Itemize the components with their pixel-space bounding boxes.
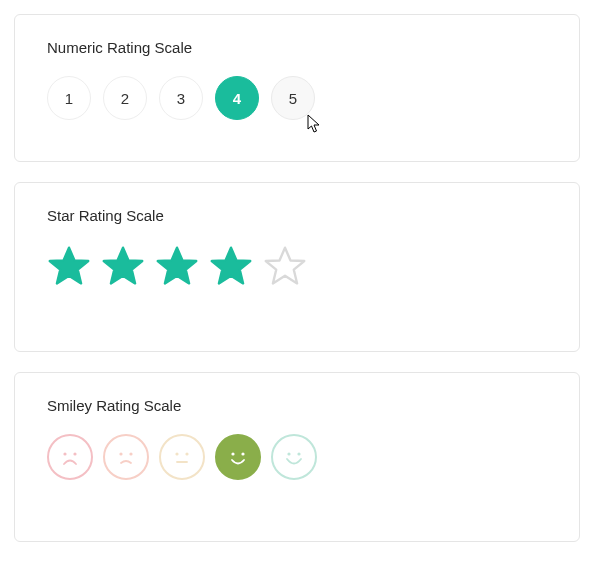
numeric-option-2[interactable]: 2	[103, 76, 147, 120]
numeric-option-3[interactable]: 3	[159, 76, 203, 120]
smiley-face-icon	[279, 442, 309, 472]
smiley-face-icon	[167, 442, 197, 472]
svg-point-4	[175, 452, 178, 455]
star-3[interactable]	[155, 244, 199, 292]
smiley-rating-title: Smiley Rating Scale	[47, 397, 547, 414]
numeric-option-2-label: 2	[121, 90, 129, 107]
star-rating-row	[47, 244, 547, 292]
star-icon	[47, 244, 91, 288]
star-5[interactable]	[263, 244, 307, 292]
star-rating-card: Star Rating Scale	[14, 182, 580, 352]
numeric-option-4-label: 4	[233, 90, 241, 107]
smiley-rating-card: Smiley Rating Scale	[14, 372, 580, 542]
star-1[interactable]	[47, 244, 91, 292]
smiley-rating-row	[47, 434, 547, 480]
star-icon	[101, 244, 145, 288]
numeric-option-3-label: 3	[177, 90, 185, 107]
star-4[interactable]	[209, 244, 253, 292]
numeric-option-5-label: 5	[289, 90, 297, 107]
svg-point-2	[119, 452, 122, 455]
svg-point-9	[287, 452, 290, 455]
numeric-rating-card: Numeric Rating Scale 1 2 3 4 5	[14, 14, 580, 162]
star-icon	[263, 244, 307, 288]
smiley-option-4[interactable]	[215, 434, 261, 480]
svg-point-0	[63, 452, 66, 455]
smiley-option-2[interactable]	[103, 434, 149, 480]
star-icon	[209, 244, 253, 288]
svg-point-1	[73, 452, 76, 455]
smiley-face-icon	[223, 442, 253, 472]
svg-point-3	[129, 452, 132, 455]
smiley-option-1[interactable]	[47, 434, 93, 480]
numeric-rating-row: 1 2 3 4 5	[47, 76, 547, 120]
smiley-face-icon	[55, 442, 85, 472]
numeric-option-4[interactable]: 4	[215, 76, 259, 120]
star-icon	[155, 244, 199, 288]
svg-point-5	[185, 452, 188, 455]
numeric-rating-title: Numeric Rating Scale	[47, 39, 547, 56]
numeric-option-1[interactable]: 1	[47, 76, 91, 120]
star-2[interactable]	[101, 244, 145, 292]
svg-point-7	[231, 452, 234, 455]
numeric-option-1-label: 1	[65, 90, 73, 107]
star-rating-title: Star Rating Scale	[47, 207, 547, 224]
smiley-option-3[interactable]	[159, 434, 205, 480]
numeric-option-5[interactable]: 5	[271, 76, 315, 120]
svg-point-10	[297, 452, 300, 455]
svg-point-8	[241, 452, 244, 455]
cursor-icon	[307, 114, 323, 138]
smiley-option-5[interactable]	[271, 434, 317, 480]
smiley-face-icon	[111, 442, 141, 472]
